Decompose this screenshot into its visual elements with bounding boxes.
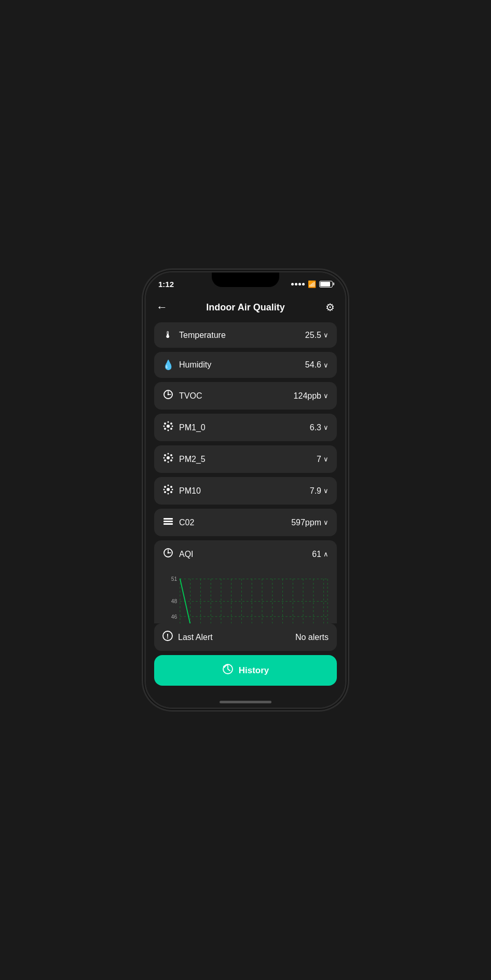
history-button[interactable]: History [154,655,337,686]
svg-text:48: 48 [171,598,178,604]
temperature-value: 25.5 [305,331,321,340]
svg-point-21 [164,486,166,488]
pm10-label: PM10 [179,486,201,496]
pm10-sensor-row[interactable]: PM10 7.9 ∨ [154,477,337,505]
svg-text:!: ! [167,632,169,640]
alert-icon: ! [162,631,173,644]
svg-point-12 [164,454,166,456]
co2-value: 597ppm [291,518,321,527]
header: ← Indoor Air Quality ⚙ [146,295,345,320]
svg-point-33 [168,552,169,554]
pm25-value: 7 [317,455,321,464]
svg-point-19 [172,457,173,459]
back-button[interactable]: ← [156,301,175,314]
svg-point-25 [168,485,169,486]
pm10-row[interactable]: PM1_0 6.3 ∨ [154,414,337,441]
svg-point-6 [170,428,172,430]
tvoc-row[interactable]: TVOC 124ppb ∨ [154,382,337,410]
svg-point-14 [164,459,166,461]
svg-point-7 [168,421,169,423]
svg-text:46: 46 [171,614,178,620]
svg-rect-29 [163,518,173,520]
battery-icon [319,281,333,288]
svg-point-22 [170,486,172,488]
wifi-icon: 📶 [308,280,316,288]
settings-button[interactable]: ⚙ [316,301,335,314]
pm1-chevron: ∨ [323,424,329,431]
pm25-chevron: ∨ [323,455,329,463]
humidity-row[interactable]: 💧 Humidity 54.6 ∨ [154,352,337,378]
pm10-chevron: ∨ [323,487,329,495]
svg-point-20 [167,488,170,491]
svg-point-27 [163,489,165,491]
tvoc-icon [162,389,174,402]
signal-icon [291,283,305,285]
svg-rect-30 [163,521,173,522]
aqi-label: AQI [179,550,194,559]
aqi-section[interactable]: AQI 61 ∧ [154,540,337,623]
tvoc-chevron: ∨ [323,392,329,400]
svg-point-13 [170,454,172,456]
temperature-row[interactable]: 🌡 Temperature 25.5 ∨ [154,322,337,348]
status-bar: 1:12 📶 [146,273,345,295]
humidity-label: Humidity [179,360,211,370]
alert-row: ! Last Alert No alerts [154,623,337,651]
pm10-icon [162,484,174,497]
aqi-icon [162,548,174,561]
aqi-chevron: ∧ [323,550,329,558]
svg-point-4 [170,423,172,425]
alert-value: No alerts [295,633,329,642]
pm25-icon [162,453,174,466]
svg-point-1 [168,394,169,396]
co2-icon [162,516,174,529]
svg-point-10 [172,426,173,427]
history-label: History [239,665,269,676]
status-time: 1:12 [158,280,174,289]
svg-point-28 [172,489,173,491]
humidity-value: 54.6 [305,360,321,370]
svg-rect-31 [163,523,173,525]
svg-point-16 [168,453,169,455]
pm25-row[interactable]: PM2_5 7 ∨ [154,445,337,473]
status-icons: 📶 [291,280,333,288]
svg-point-8 [168,430,169,431]
svg-point-11 [167,456,170,459]
tvoc-value: 124ppb [294,391,321,401]
humidity-chevron: ∨ [323,361,329,369]
tvoc-label: TVOC [179,391,202,401]
thermometer-icon: 🌡 [162,330,174,341]
aqi-chart: .grid-line { stroke: #1a6e2e; stroke-wid… [162,566,329,623]
svg-point-24 [170,491,172,493]
svg-point-15 [170,459,172,461]
svg-point-17 [168,461,169,463]
pm1-value: 6.3 [310,423,321,432]
svg-text:51: 51 [171,576,178,582]
pm25-label: PM2_5 [179,455,206,464]
pm1-icon [162,421,174,434]
home-bar [220,701,271,703]
page-title: Indoor Air Quality [206,302,284,313]
svg-point-26 [168,493,169,495]
pm1-label: PM1_0 [179,423,206,432]
pm10-value: 7.9 [310,486,321,496]
co2-row[interactable]: C02 597ppm ∨ [154,509,337,536]
svg-point-18 [163,457,165,459]
co2-chevron: ∨ [323,519,329,526]
co2-label: C02 [179,518,194,527]
svg-point-9 [163,426,165,427]
sensor-list: 🌡 Temperature 25.5 ∨ 💧 Humidity 54.6 ∨ [146,320,345,623]
history-icon [222,663,234,677]
temperature-label: Temperature [179,331,226,340]
alert-label: Last Alert [178,633,213,642]
aqi-value: 61 [312,550,321,559]
svg-point-5 [164,428,166,430]
droplet-icon: 💧 [162,359,174,371]
svg-point-23 [164,491,166,493]
temperature-chevron: ∨ [323,331,329,339]
svg-point-3 [164,423,166,425]
svg-point-2 [167,425,170,428]
home-indicator [146,696,345,707]
